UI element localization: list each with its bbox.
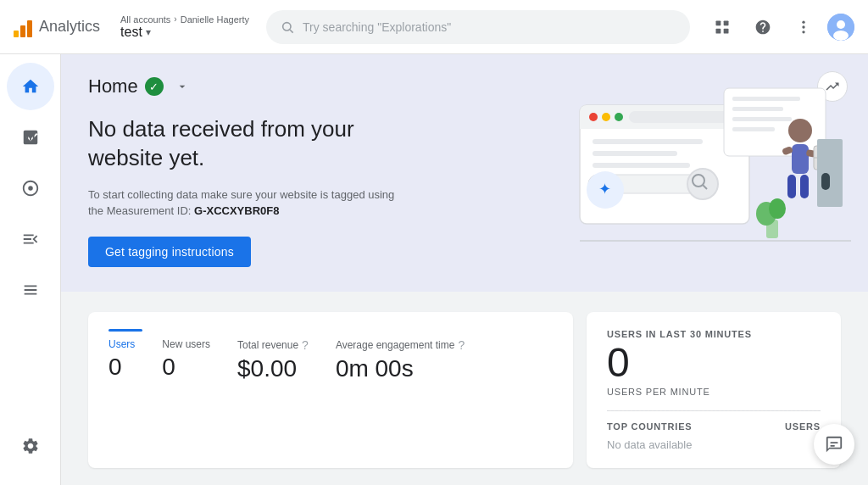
svg-rect-13 [30, 137, 31, 141]
svg-rect-33 [732, 117, 792, 121]
users-underline [108, 329, 142, 332]
account-name-dropdown[interactable]: test ▾ [120, 25, 249, 40]
svg-point-8 [802, 31, 804, 33]
engagement-help-icon[interactable]: ? [458, 338, 465, 352]
svg-rect-12 [26, 135, 28, 140]
sidebar-item-configure[interactable] [7, 266, 54, 314]
svg-rect-49 [821, 173, 830, 190]
new-users-label: New users [162, 338, 210, 350]
svg-rect-2 [716, 20, 721, 25]
app-name: Analytics [39, 18, 100, 36]
svg-rect-40 [800, 175, 809, 198]
svg-rect-23 [593, 139, 703, 144]
home-banner: Home ✓ No data received from your websit… [61, 54, 868, 292]
analytics-logo-icon [14, 17, 32, 37]
svg-point-10 [837, 20, 845, 29]
search-bar[interactable]: Try searching "Explorations" [266, 10, 690, 44]
svg-line-1 [290, 30, 293, 33]
users-column-label: USERS [785, 421, 821, 432]
svg-point-15 [28, 186, 33, 191]
get-tagging-instructions-button[interactable]: Get tagging instructions [88, 237, 251, 267]
logo-area: Analytics [14, 17, 100, 37]
no-data-available-text: No data available [607, 438, 821, 451]
svg-rect-4 [716, 28, 721, 33]
engagement-value: 0m 00s [336, 355, 465, 382]
revenue-value: $0.00 [237, 355, 309, 382]
svg-rect-3 [724, 20, 729, 25]
users-value: 0 [108, 354, 135, 381]
sidebar [0, 54, 61, 485]
svg-rect-52 [830, 445, 835, 447]
hero-illustration: ✦ [512, 54, 868, 292]
no-data-description: To start collecting data make sure your … [88, 187, 410, 220]
chat-support-button[interactable] [814, 424, 854, 465]
account-breadcrumb: All accounts › Danielle Hagerty [120, 14, 249, 25]
svg-rect-32 [732, 107, 783, 111]
metrics-card: Users 0 New users 0 Total revenue ? $0.0… [88, 312, 573, 468]
realtime-per-minute-label: USERS PER MINUTE [607, 387, 821, 397]
main-content: Home ✓ No data received from your websit… [61, 54, 868, 485]
svg-rect-24 [593, 151, 677, 156]
top-countries-label: TOP COUNTRIES [607, 421, 692, 432]
svg-point-37 [788, 119, 812, 142]
logo-bar-2 [20, 25, 25, 37]
realtime-value: 0 [607, 343, 821, 383]
search-icon [281, 20, 294, 34]
apps-button[interactable] [705, 10, 739, 44]
svg-rect-31 [732, 97, 800, 101]
svg-rect-25 [593, 163, 690, 168]
svg-point-19 [589, 113, 598, 121]
account-selector[interactable]: All accounts › Danielle Hagerty test ▾ [120, 14, 249, 40]
svg-text:✦: ✦ [598, 181, 611, 198]
svg-point-47 [769, 198, 786, 219]
svg-point-20 [602, 113, 610, 121]
avatar[interactable] [827, 14, 854, 41]
users-label: Users [108, 338, 135, 350]
sidebar-item-advertising[interactable] [7, 215, 54, 263]
realtime-label: USERS IN LAST 30 MINUTES [607, 329, 821, 339]
svg-rect-51 [830, 442, 837, 443]
svg-rect-22 [629, 111, 731, 123]
stat-revenue: Total revenue ? $0.00 [237, 338, 309, 382]
sidebar-item-explore[interactable] [7, 164, 54, 212]
stats-header: Users 0 New users 0 Total revenue ? $0.0… [108, 338, 553, 382]
svg-point-6 [802, 20, 804, 23]
svg-rect-34 [732, 127, 775, 131]
svg-point-21 [615, 113, 623, 121]
search-placeholder-text: Try searching "Explorations" [303, 20, 451, 34]
stats-section: Users 0 New users 0 Total revenue ? $0.0… [61, 292, 868, 485]
svg-rect-5 [724, 28, 729, 33]
no-data-title: No data received from your website yet. [88, 115, 410, 173]
measurement-id: G-XCCXYBR0F8 [194, 204, 279, 217]
realtime-card: USERS IN LAST 30 MINUTES 0 USERS PER MIN… [587, 312, 841, 468]
status-check-badge: ✓ [145, 77, 164, 96]
svg-rect-38 [792, 144, 809, 174]
svg-rect-14 [32, 133, 34, 140]
svg-point-7 [802, 25, 804, 28]
logo-bar-3 [27, 20, 32, 37]
help-button[interactable] [746, 10, 780, 44]
revenue-help-icon[interactable]: ? [302, 338, 309, 352]
stat-new-users: New users 0 [162, 338, 210, 382]
home-dropdown-button[interactable] [170, 75, 194, 98]
home-title: Home [88, 75, 138, 98]
settings-button[interactable] [7, 422, 54, 470]
stat-engagement: Average engagement time ? 0m 00s [336, 338, 465, 382]
stat-users: Users 0 [108, 338, 135, 382]
breadcrumb-separator: › [174, 14, 176, 24]
svg-point-0 [283, 22, 291, 30]
account-dropdown-arrow: ▾ [146, 26, 151, 38]
sidebar-item-home[interactable] [7, 63, 54, 110]
countries-header: TOP COUNTRIES USERS [607, 421, 821, 432]
sidebar-item-reports[interactable] [7, 114, 54, 161]
divider [607, 410, 821, 411]
more-options-button[interactable] [787, 10, 821, 44]
new-users-value: 0 [162, 354, 210, 381]
sidebar-bottom [7, 421, 54, 478]
engagement-label: Average engagement time ? [336, 338, 465, 352]
revenue-label: Total revenue ? [237, 338, 309, 352]
app-layout: Home ✓ No data received from your websit… [0, 54, 868, 485]
logo-bar-1 [14, 31, 19, 37]
svg-rect-39 [787, 175, 796, 198]
top-nav-actions [705, 10, 854, 44]
